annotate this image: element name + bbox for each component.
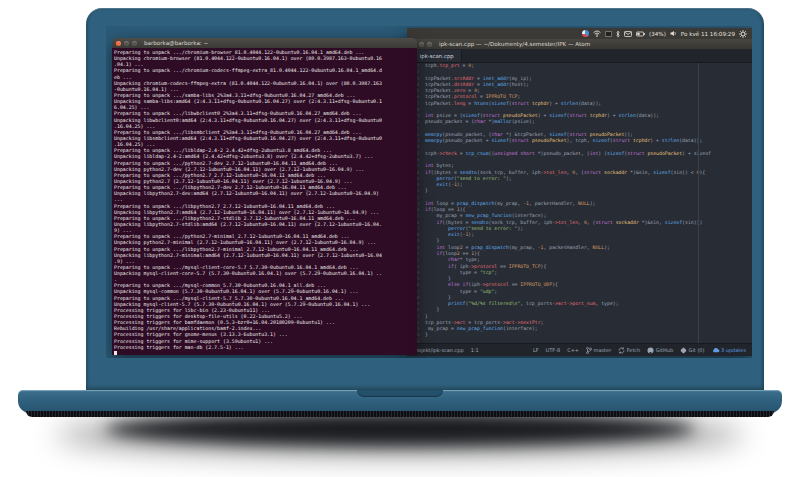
terminal-output-line: Preparing to unpack .../chromium-codecs-… bbox=[114, 67, 417, 73]
terminal-output-line: Unpacking libwbclient0:amd64 (2:4.3.11+d… bbox=[114, 117, 417, 123]
session-gear-icon[interactable] bbox=[739, 30, 747, 38]
volume-icon[interactable] bbox=[670, 30, 677, 37]
minimize-button[interactable] bbox=[124, 41, 129, 46]
terminal-output-line: Unpacking samba-libs:amd64 (2:4.3.11+dfs… bbox=[114, 98, 417, 104]
code-line: tcph->check = tcp_csum((unsigned short *… bbox=[425, 151, 752, 157]
battery-percent[interactable]: (34%) bbox=[649, 31, 666, 37]
terminal-output-line: Unpacking libsmbclient:amd64 (2:4.3.11+d… bbox=[114, 135, 417, 141]
terminal-output-line: Unpacking libpython2.7-minimal:amd64 (2.… bbox=[114, 252, 417, 258]
battery-icon[interactable] bbox=[636, 31, 645, 37]
terminal-output-line: Unpacking libpython2.7-dev:amd64 (2.7.12… bbox=[114, 190, 417, 196]
terminal-output-line: Unpacking libpython2.7-stdlib:amd64 (2.7… bbox=[114, 221, 417, 227]
tab-label: ipk-scan.cpp bbox=[420, 53, 454, 59]
minimize-button[interactable] bbox=[419, 42, 424, 47]
terminal-title: barborka@barborka: ~ bbox=[144, 40, 208, 46]
laptop-screen: (34%)Po kvě 11 16:09:29 ipk-scan.cpp — ~… bbox=[106, 26, 752, 358]
app-indicator-icon[interactable] bbox=[582, 30, 589, 37]
terminal-titlebar[interactable]: barborka@barborka: ~ bbox=[112, 38, 417, 48]
laptop-lid-notch bbox=[357, 390, 443, 397]
terminal-cursor bbox=[114, 351, 117, 355]
clock[interactable]: Po kvě 11 16:09:29 bbox=[681, 31, 735, 37]
laptop-lid: (34%)Po kvě 11 16:09:29 ipk-scan.cpp — ~… bbox=[86, 8, 764, 390]
maximize-button[interactable] bbox=[427, 42, 432, 47]
close-button[interactable] bbox=[116, 41, 121, 46]
laptop-shadow bbox=[105, 412, 695, 446]
terminal-output-line: Unpacking libpython2.7:amd64 (2.7.12-1ub… bbox=[114, 209, 417, 215]
terminal-output-line: Unpacking chromium-codecs-ffmpeg-extra (… bbox=[114, 80, 417, 86]
status-cursor-position[interactable]: 1:1 bbox=[471, 347, 479, 353]
laptop-bottom-ridge bbox=[26, 411, 774, 417]
terminal-window: barborka@barborka: ~ Preparing to unpack… bbox=[112, 38, 417, 355]
terminal-output[interactable]: Preparing to unpack .../chromium-browser… bbox=[112, 48, 417, 355]
terminal-output-line: Unpacking mysql-client-core-5.7 (5.7.30-… bbox=[114, 270, 417, 276]
atom-editor-window: (34%)Po kvě 11 16:09:29 ipk-scan.cpp — ~… bbox=[407, 28, 752, 356]
atom-tab-bar: C ipk-scan.cpp bbox=[407, 49, 752, 63]
maximize-button[interactable] bbox=[132, 41, 137, 46]
status-fetch[interactable]: Fetch bbox=[618, 347, 640, 354]
status-file-path[interactable]: projekt/ipk-scan.cpp bbox=[413, 347, 464, 353]
bluetooth-icon[interactable] bbox=[616, 30, 620, 38]
code-pane[interactable]: tcph.tcp_prt = 0; tcpPacket.srcAddr = in… bbox=[422, 63, 752, 343]
status-github[interactable]: GitHub bbox=[647, 347, 673, 354]
terminal-output-line: Unpacking chromium-browser (81.0.4044.12… bbox=[114, 55, 417, 61]
status-git-changes[interactable]: Git (0) bbox=[680, 347, 704, 354]
code-line bbox=[425, 339, 752, 343]
status-line-ending[interactable]: LF bbox=[533, 347, 539, 353]
atom-window-title: ipk-scan.cpp — ~/Dokumenty/4.semester/IP… bbox=[439, 41, 590, 47]
terminal-window-buttons bbox=[116, 41, 137, 46]
atom-status-bar: projekt/ipk-scan.cpp 1:1 LFUTF-8C++maste… bbox=[407, 343, 752, 356]
terminal-output-line: Unpacking libldap-2.4-2:amd64 (2.4.42+df… bbox=[114, 153, 417, 159]
code-editor[interactable]: 5315325335345355365375385395405415425435… bbox=[407, 63, 752, 343]
status-grammar[interactable]: C++ bbox=[567, 347, 579, 353]
wifi-icon[interactable] bbox=[593, 30, 601, 37]
terminal-output-line: Unpacking python2.7-minimal (2.7.12-1ubu… bbox=[114, 239, 417, 245]
atom-titlebar[interactable]: ipk-scan.cpp — ~/Dokumenty/4.semester/IP… bbox=[407, 39, 752, 49]
wrap-guide bbox=[698, 63, 699, 343]
status-updates[interactable]: 3 updates bbox=[712, 347, 747, 353]
keyboard-indicator-icon[interactable] bbox=[605, 31, 612, 37]
terminal-prompt-line bbox=[114, 350, 417, 355]
status-git-branch[interactable]: master bbox=[586, 347, 611, 354]
status-encoding[interactable]: UTF-8 bbox=[546, 347, 561, 353]
ubuntu-top-panel: (34%)Po kvě 11 16:09:29 bbox=[407, 28, 752, 39]
mail-icon[interactable] bbox=[624, 31, 632, 37]
